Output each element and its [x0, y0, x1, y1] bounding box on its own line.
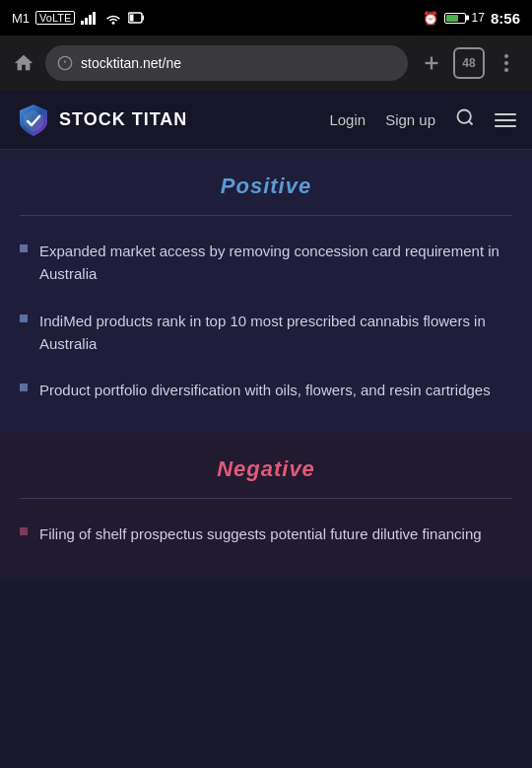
svg-point-12 — [458, 110, 471, 123]
list-item: Filing of shelf prospectus suggests pote… — [20, 523, 512, 545]
svg-rect-2 — [89, 15, 92, 25]
status-right: ⏰ 17 8:56 — [423, 10, 520, 27]
bullet-text: IndiMed products rank in top 10 most pre… — [39, 310, 512, 356]
wifi-icon — [104, 11, 122, 25]
logo-container[interactable]: STOCK TITAN — [16, 103, 187, 138]
battery-fill — [446, 15, 459, 22]
bullet-text: Product portfolio diversification with o… — [39, 379, 491, 401]
brand-name: STOCK TITAN — [59, 109, 187, 130]
battery-indicator-icon — [128, 11, 144, 25]
main-content: Positive Expanded market access by remov… — [0, 150, 532, 578]
battery-percent: 17 — [472, 11, 485, 25]
signal-icon — [81, 11, 99, 25]
bullet-square-icon — [20, 244, 28, 252]
browser-menu-button[interactable] — [491, 47, 522, 79]
menu-dot-3 — [504, 68, 508, 72]
hamburger-line-1 — [495, 113, 516, 115]
address-bar[interactable]: stocktitan.net/ne — [45, 45, 408, 81]
negative-divider — [20, 498, 512, 499]
svg-rect-1 — [85, 18, 88, 25]
svg-rect-5 — [143, 16, 145, 21]
tabs-button[interactable]: 48 — [453, 47, 485, 79]
hamburger-menu-icon[interactable] — [495, 113, 516, 127]
svg-rect-6 — [130, 15, 134, 22]
negative-bullet-list: Filing of shelf prospectus suggests pote… — [20, 523, 512, 545]
alarm-icon: ⏰ — [423, 11, 438, 26]
svg-rect-3 — [93, 12, 96, 25]
hamburger-line-3 — [495, 125, 516, 127]
negative-section: Negative Filing of shelf prospectus sugg… — [0, 433, 532, 577]
bullet-square-icon — [20, 384, 28, 391]
svg-line-13 — [469, 121, 473, 125]
browser-chrome: stocktitan.net/ne 48 — [0, 35, 532, 91]
carrier-label: M1 — [12, 11, 30, 26]
hamburger-line-2 — [495, 119, 516, 121]
bullet-text: Expanded market access by removing conce… — [39, 240, 512, 286]
bullet-square-icon — [20, 314, 28, 322]
menu-dot-1 — [504, 54, 508, 58]
battery-icon — [444, 13, 466, 24]
status-left: M1 VoLTE — [12, 11, 144, 26]
battery-body — [444, 13, 466, 24]
site-info-icon — [57, 55, 73, 71]
home-icon — [13, 52, 34, 74]
login-link[interactable]: Login — [329, 111, 366, 128]
signup-link[interactable]: Sign up — [385, 111, 435, 128]
logo-icon — [16, 103, 51, 138]
address-text: stocktitan.net/ne — [81, 55, 181, 71]
new-tab-button[interactable] — [416, 47, 447, 79]
home-button[interactable] — [10, 49, 37, 77]
positive-divider — [20, 215, 512, 216]
list-item: IndiMed products rank in top 10 most pre… — [20, 310, 512, 356]
list-item: Expanded market access by removing conce… — [20, 240, 512, 286]
volte-label: VoLTE — [35, 11, 75, 25]
positive-section-title: Positive — [20, 174, 512, 199]
status-bar: M1 VoLTE ⏰ 17 8:56 — [0, 0, 532, 35]
bullet-text: Filing of shelf prospectus suggests pote… — [39, 523, 482, 545]
positive-section: Positive Expanded market access by remov… — [0, 150, 532, 433]
positive-bullet-list: Expanded market access by removing conce… — [20, 240, 512, 401]
nav-links: Login Sign up — [329, 107, 516, 132]
navbar: STOCK TITAN Login Sign up — [0, 91, 532, 150]
list-item: Product portfolio diversification with o… — [20, 379, 512, 401]
time-display: 8:56 — [491, 10, 520, 27]
menu-dot-2 — [504, 61, 508, 65]
svg-rect-0 — [81, 21, 84, 25]
search-icon[interactable] — [455, 107, 475, 132]
browser-actions: 48 — [416, 47, 522, 79]
negative-section-title: Negative — [20, 456, 512, 482]
bullet-square-icon — [20, 527, 28, 535]
